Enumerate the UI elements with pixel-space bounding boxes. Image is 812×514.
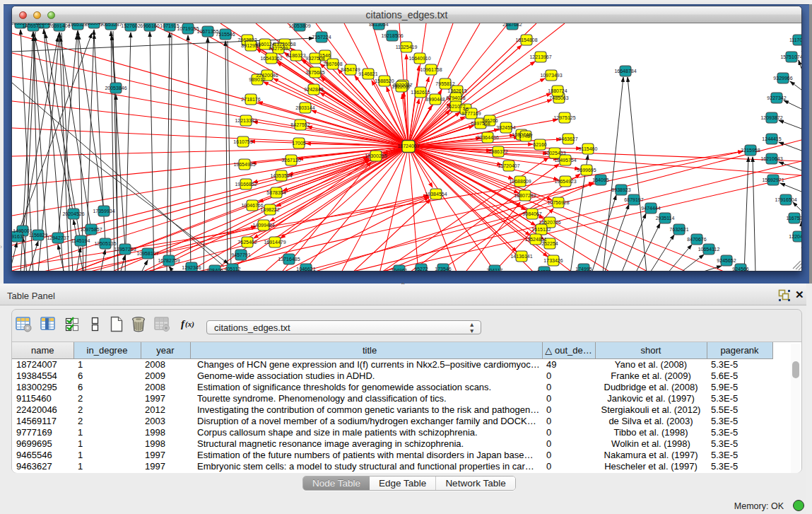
svg-text:1546: 1546 xyxy=(319,53,331,58)
svg-text:2803144: 2803144 xyxy=(295,105,314,110)
svg-text:9457791: 9457791 xyxy=(231,252,250,257)
svg-text:15751074: 15751074 xyxy=(780,54,801,59)
svg-text:2718176: 2718176 xyxy=(241,97,260,102)
svg-text:(x): (x) xyxy=(185,320,194,329)
svg-text:18807249: 18807249 xyxy=(514,193,536,198)
svg-text:18724007: 18724007 xyxy=(397,144,419,148)
svg-text:16648784: 16648784 xyxy=(614,69,636,74)
svg-text:7632621: 7632621 xyxy=(669,227,688,232)
svg-text:10654112: 10654112 xyxy=(698,247,720,252)
svg-text:8990448: 8990448 xyxy=(425,97,445,102)
svg-text:17957253: 17957253 xyxy=(114,247,136,252)
svg-text:16520746: 16520746 xyxy=(539,220,560,225)
svg-text:1244415: 1244415 xyxy=(762,136,781,141)
svg-text:84223: 84223 xyxy=(537,269,551,271)
svg-text:11325419: 11325419 xyxy=(396,45,418,49)
svg-text:9227342: 9227342 xyxy=(767,95,786,100)
svg-text:20053846: 20053846 xyxy=(105,86,126,90)
svg-text:10958107: 10958107 xyxy=(136,251,158,256)
svg-text:8470676: 8470676 xyxy=(687,237,706,242)
svg-text:989012: 989012 xyxy=(249,77,265,82)
svg-text:7955812: 7955812 xyxy=(435,81,454,86)
svg-text:746266: 746266 xyxy=(481,118,498,123)
svg-text:10688609: 10688609 xyxy=(509,179,531,184)
svg-text:924566: 924566 xyxy=(732,267,748,271)
svg-text:252254: 252254 xyxy=(541,241,558,246)
svg-text:3215958: 3215958 xyxy=(741,148,760,153)
svg-text:2867608: 2867608 xyxy=(323,62,342,66)
svg-text:391631: 391631 xyxy=(12,234,25,239)
svg-text:1880724: 1880724 xyxy=(548,88,567,93)
svg-text:1610753: 1610753 xyxy=(233,139,252,144)
svg-text:14099484: 14099484 xyxy=(252,223,274,228)
svg-text:7485063: 7485063 xyxy=(549,95,568,100)
svg-text:8813054: 8813054 xyxy=(369,23,388,27)
svg-text:1220435: 1220435 xyxy=(789,234,801,239)
svg-text:928406: 928406 xyxy=(206,268,223,271)
svg-text:3875685: 3875685 xyxy=(305,70,324,75)
svg-text:16543362: 16543362 xyxy=(260,56,282,61)
svg-text:8938923: 8938923 xyxy=(611,187,630,192)
svg-text:7663822: 7663822 xyxy=(237,37,257,42)
svg-text:9699695: 9699695 xyxy=(577,168,596,173)
svg-text:1292346: 1292346 xyxy=(182,265,201,270)
svg-text:174995: 174995 xyxy=(575,267,592,271)
svg-text:16154808: 16154808 xyxy=(515,37,537,42)
svg-text:1498222: 1498222 xyxy=(260,207,279,212)
svg-text:8912954: 8912954 xyxy=(241,43,260,48)
svg-text:12942737: 12942737 xyxy=(47,235,69,240)
svg-text:1588520: 1588520 xyxy=(375,78,394,83)
svg-text:8186323: 8186323 xyxy=(286,53,305,58)
svg-text:17487: 17487 xyxy=(519,134,533,139)
svg-text:14136141: 14136141 xyxy=(510,254,532,259)
svg-text:1362615: 1362615 xyxy=(411,90,430,95)
svg-text:12093872: 12093872 xyxy=(760,115,782,120)
svg-text:10975857: 10975857 xyxy=(80,227,102,232)
svg-text:17359934: 17359934 xyxy=(93,209,114,214)
svg-text:6966160: 6966160 xyxy=(140,23,159,28)
svg-text:16053809: 16053809 xyxy=(288,23,310,28)
svg-text:19166852: 19166852 xyxy=(235,182,257,187)
svg-text:10973493: 10973493 xyxy=(540,73,562,78)
svg-text:15720407: 15720407 xyxy=(498,163,519,168)
svg-text:17005: 17005 xyxy=(292,141,306,146)
svg-text:14353594: 14353594 xyxy=(270,173,292,178)
svg-text:19654985: 19654985 xyxy=(233,162,255,167)
svg-text:1145194: 1145194 xyxy=(71,238,90,243)
svg-text:9474444: 9474444 xyxy=(641,206,660,211)
svg-text:164095: 164095 xyxy=(592,177,608,182)
svg-text:204117: 204117 xyxy=(487,268,503,271)
svg-text:16640910: 16640910 xyxy=(408,56,430,61)
svg-text:10719155: 10719155 xyxy=(177,26,199,31)
svg-text:12505135: 12505135 xyxy=(94,241,116,246)
svg-text:7515546: 7515546 xyxy=(216,32,235,37)
svg-text:6794028: 6794028 xyxy=(446,95,465,100)
svg-text:19654923: 19654923 xyxy=(554,179,576,184)
svg-text:17916504: 17916504 xyxy=(775,197,796,202)
svg-text:10025433: 10025433 xyxy=(543,151,565,156)
svg-text:19384554: 19384554 xyxy=(425,192,447,197)
svg-text:2935114: 2935114 xyxy=(656,216,675,221)
svg-text:26691406: 26691406 xyxy=(48,23,70,28)
svg-text:12213967: 12213967 xyxy=(529,54,551,59)
svg-text:9115460: 9115460 xyxy=(579,146,598,151)
svg-text:10756928: 10756928 xyxy=(547,200,569,205)
svg-text:1733426: 1733426 xyxy=(543,258,563,263)
svg-text:20204526: 20204526 xyxy=(62,211,84,216)
svg-text:1156829: 1156829 xyxy=(29,233,48,238)
svg-text:3267130: 3267130 xyxy=(281,158,300,163)
svg-text:1362615: 1362615 xyxy=(447,88,466,93)
svg-text:1527602: 1527602 xyxy=(121,23,140,28)
svg-text:116753: 116753 xyxy=(787,216,801,221)
svg-text:9329966: 9329966 xyxy=(773,76,792,81)
svg-text:15692971: 15692971 xyxy=(762,177,784,182)
svg-text:9463627: 9463627 xyxy=(558,136,577,141)
svg-text:9242848: 9242848 xyxy=(304,87,323,92)
svg-text:18300295: 18300295 xyxy=(365,153,387,158)
svg-text:9146821: 9146821 xyxy=(358,71,377,76)
svg-text:5878354: 5878354 xyxy=(266,190,286,195)
svg-text:8427552: 8427552 xyxy=(290,122,310,127)
svg-text:19218506: 19218506 xyxy=(381,33,403,38)
svg-text:9777169: 9777169 xyxy=(461,111,481,116)
svg-text:7357224: 7357224 xyxy=(312,35,331,40)
